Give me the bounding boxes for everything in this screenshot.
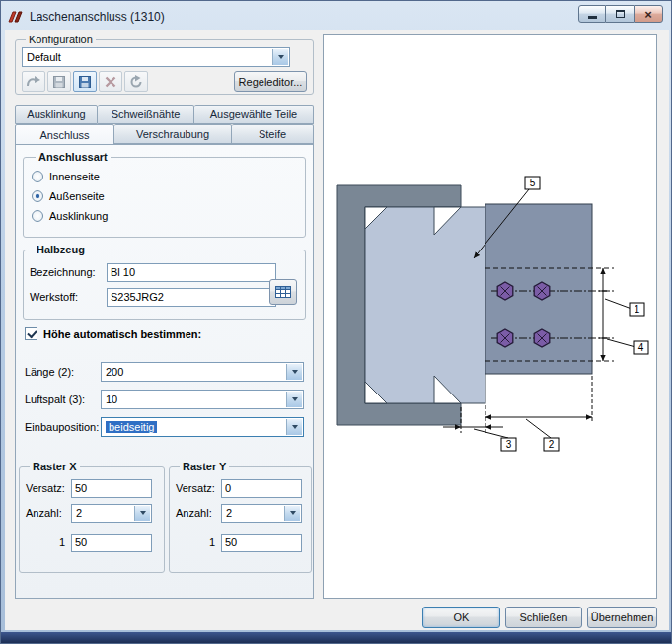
raster-y-legend: Raster Y: [180, 461, 229, 472]
laenge-dropdown-button[interactable]: [286, 364, 302, 380]
einbauposition-label: Einbauposition:: [25, 421, 101, 433]
raster-y-versatz-row: Versatz:: [176, 478, 305, 498]
raster-y-row-1-input[interactable]: [221, 534, 302, 552]
radio-innenseite[interactable]: [32, 171, 43, 182]
konfiguration-toolbar: Regeleditor...: [22, 71, 307, 92]
radio-ausklinkung[interactable]: [32, 210, 43, 222]
maximize-icon: [616, 10, 625, 18]
chevron-down-icon: [292, 425, 298, 429]
luftspalt-dropdown-button[interactable]: [286, 392, 302, 407]
raster-x-row-1-input[interactable]: [71, 534, 152, 552]
catalog-table-icon: [274, 284, 292, 300]
luftspalt-value: 10: [106, 394, 117, 405]
raster-x-anzahl-row: Anzahl: 2: [26, 503, 158, 523]
radio-row-innenseite: Innenseite: [32, 168, 297, 185]
raster-y-anzahl-value: 2: [226, 507, 232, 519]
chevron-down-icon: [278, 55, 284, 59]
close-icon: ×: [644, 8, 652, 21]
raster-x-anzahl-label: Anzahl:: [26, 507, 71, 519]
raster-y-versatz-input[interactable]: [221, 479, 302, 498]
konfiguration-dropdown-button[interactable]: [272, 49, 288, 65]
luftspalt-select[interactable]: 10: [101, 390, 304, 409]
einbauposition-dropdown-button[interactable]: [286, 419, 302, 435]
preview-drawing-area: 5 1 4 3 2: [323, 34, 657, 599]
reload-config-button[interactable]: [124, 71, 148, 92]
raster-y-anzahl-label: Anzahl:: [176, 507, 221, 519]
minimize-button[interactable]: [578, 5, 606, 23]
tab-strip: Ausklinkung Schweißnähte Ausgewählte Tei…: [15, 105, 314, 144]
einbauposition-select[interactable]: beidseitig: [101, 417, 304, 437]
save-config-as-button[interactable]: [73, 71, 97, 92]
save-config-button[interactable]: [47, 71, 71, 92]
close-button[interactable]: ×: [634, 5, 663, 23]
tab-ausklinkung[interactable]: Ausklinkung: [15, 105, 98, 124]
uebernehmen-button[interactable]: Übernehmen: [587, 607, 657, 628]
halbzeug-group: Halbzeug Bezeichnung: Werkstoff:: [23, 244, 306, 320]
raster-y-anzahl-dropdown-button[interactable]: [284, 506, 300, 521]
anschluss-tab-page: Anschlussart Innenseite Außenseite Auskl…: [15, 144, 314, 599]
titlebar[interactable]: Laschenanschluss (1310) ×: [1, 1, 671, 30]
bolt: [534, 282, 550, 300]
delete-config-button[interactable]: [99, 71, 122, 92]
raster-x-legend: Raster X: [30, 461, 80, 472]
laenge-label: Länge (2):: [25, 366, 101, 378]
konfiguration-group: Konfiguration Default: [15, 34, 314, 95]
laenge-select[interactable]: 200: [101, 362, 304, 382]
werkstoff-input[interactable]: [107, 288, 276, 307]
raster-x-row-1-label: 1: [26, 537, 71, 548]
radio-aussenseite[interactable]: [32, 190, 43, 202]
dialog-window: Laschenanschluss (1310) × Konfiguration …: [0, 0, 672, 644]
raster-x-versatz-input[interactable]: [71, 479, 152, 498]
maximize-button[interactable]: [606, 5, 634, 23]
raster-y-row-1-label: 1: [176, 537, 221, 548]
bezeichnung-row: Bezeichnung:: [30, 262, 299, 282]
delete-config-icon: [103, 74, 118, 90]
raster-y-anzahl-select[interactable]: 2: [221, 504, 302, 523]
raster-y-anzahl-row: Anzahl: 2: [176, 503, 305, 523]
konfiguration-select[interactable]: Default: [22, 47, 290, 67]
schliessen-button[interactable]: Schließen: [505, 607, 582, 628]
bezeichnung-input[interactable]: [107, 263, 276, 282]
leader-line: [607, 339, 635, 347]
radio-ausklinkung-label: Ausklinkung: [49, 210, 108, 222]
hoehe-auto-checkbox[interactable]: [25, 327, 37, 340]
werkstoff-label: Werkstoff:: [30, 291, 107, 303]
save-config-as-icon: [77, 74, 93, 90]
bolt: [497, 282, 513, 300]
konfiguration-legend: Konfiguration: [26, 34, 96, 45]
ok-button[interactable]: OK: [422, 607, 500, 628]
window-controls: ×: [578, 5, 663, 23]
tab-verschraubung[interactable]: Verschraubung: [114, 124, 232, 144]
einbauposition-value: beidseitig: [106, 421, 157, 433]
raster-x-anzahl-dropdown-button[interactable]: [134, 506, 150, 521]
tab-steife[interactable]: Steife: [232, 124, 314, 144]
raster-x-group: Raster X Versatz: Anzahl: 2 1: [19, 461, 165, 573]
tab-schweissnaehte[interactable]: Schweißnähte: [98, 105, 194, 124]
tab-ausgewaehlte-teile[interactable]: Ausgewählte Teile: [194, 105, 314, 124]
connection-plate: [365, 207, 485, 403]
tab-anschluss[interactable]: Anschluss: [15, 124, 114, 145]
radio-aussenseite-label: Außenseite: [49, 190, 105, 202]
raster-x-anzahl-select[interactable]: 2: [71, 504, 152, 523]
reload-config-icon: [128, 74, 144, 90]
dialog-footer: OK Schließen Übernehmen: [422, 607, 657, 628]
laenge-row: Länge (2): 200: [25, 362, 304, 382]
drawing-label-3: 3: [506, 439, 512, 450]
dialog-content: Konfiguration Default: [5, 30, 669, 630]
apply-config-button[interactable]: [22, 71, 45, 92]
laenge-value: 200: [106, 366, 123, 378]
drawing-label-1: 1: [635, 304, 640, 315]
regeleditor-button[interactable]: Regeleditor...: [234, 71, 307, 92]
leader-line: [605, 299, 632, 309]
bezeichnung-label: Bezeichnung:: [30, 266, 107, 278]
drawing-label-5: 5: [530, 178, 536, 188]
hoehe-auto-label: Höhe automatisch bestimmen:: [43, 328, 201, 340]
drawing-label-4: 4: [638, 342, 644, 353]
leader-line: [526, 419, 551, 438]
drawing-label-2: 2: [549, 439, 555, 450]
leader-line: [474, 429, 508, 438]
app-icon: [8, 9, 24, 25]
hoehe-auto-row: Höhe automatisch bestimmen:: [25, 327, 201, 340]
tab-row-back: Ausklinkung Schweißnähte Ausgewählte Tei…: [15, 105, 314, 124]
catalog-browse-button[interactable]: [269, 279, 297, 305]
